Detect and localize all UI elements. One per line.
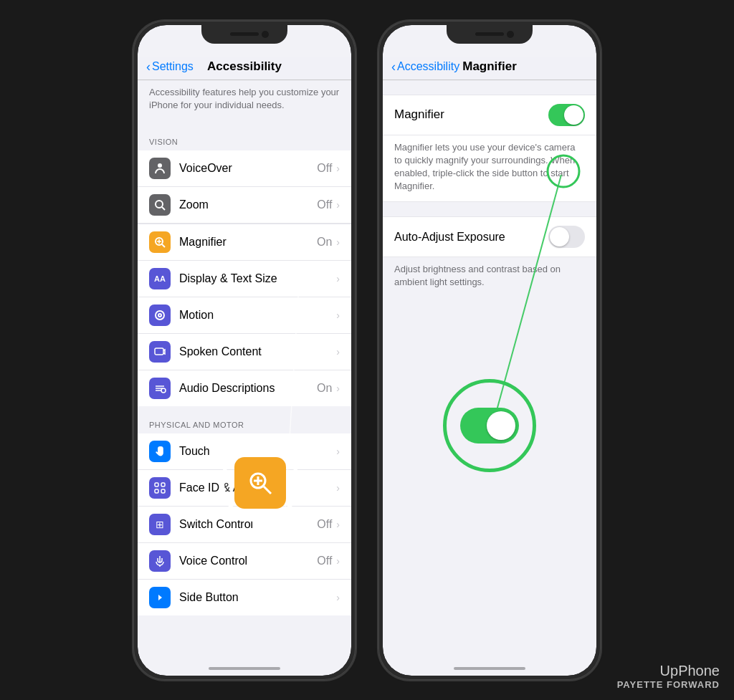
left-back-button[interactable]: ‹ Settings <box>146 60 194 73</box>
svg-rect-11 <box>155 483 158 486</box>
display-chevron-icon: › <box>336 273 340 284</box>
svg-rect-13 <box>155 489 158 493</box>
voiceover-chevron-icon: › <box>336 163 340 174</box>
touch-icon <box>149 441 171 462</box>
physical-section-header: PHYSICAL AND MOTOR <box>138 406 351 433</box>
audio-label: Audio Descriptions <box>179 382 317 395</box>
audio-chevron-icon: › <box>336 383 340 394</box>
audio-icon <box>149 378 171 399</box>
voice-ctrl-label: Voice Control <box>179 555 317 567</box>
display-icon: AA <box>149 268 171 289</box>
svg-point-7 <box>156 311 164 320</box>
right-settings-content: Magnifier Magnifier lets you use your de… <box>383 80 596 666</box>
left-phone-inner: ‹ Settings Accessibility Accessibility f… <box>138 25 351 676</box>
spoken-icon <box>149 341 171 363</box>
phones-wrapper: ‹ Settings Accessibility Accessibility f… <box>133 21 601 680</box>
big-toggle-display <box>460 408 519 444</box>
svg-point-1 <box>156 201 163 208</box>
svg-line-2 <box>162 207 165 210</box>
auto-adjust-row: Auto-Adjust Exposure <box>383 216 596 257</box>
magnifier-chevron-icon: › <box>336 236 340 248</box>
screenshot-container: ‹ Settings Accessibility Accessibility f… <box>0 0 734 700</box>
svg-rect-14 <box>161 489 165 493</box>
auto-adjust-description: Adjust brightness and contrast based on … <box>383 257 596 297</box>
right-back-button[interactable]: ‹ Accessibility <box>391 60 459 73</box>
left-screen: ‹ Settings Accessibility Accessibility f… <box>138 25 351 676</box>
side-btn-chevron-icon: › <box>336 592 340 603</box>
spoken-item[interactable]: Spoken Content › <box>138 334 351 370</box>
side-btn-item[interactable]: Side Button › <box>138 580 351 615</box>
faceid-icon <box>149 477 171 499</box>
green-annotation-circle <box>443 379 536 472</box>
switch-ctrl-icon: ⊞ <box>149 514 171 535</box>
svg-point-0 <box>158 163 162 168</box>
voice-ctrl-icon <box>149 550 171 572</box>
motion-icon <box>149 305 171 326</box>
zoom-icon <box>149 194 171 216</box>
magnifier-label: Magnifier <box>179 236 317 249</box>
svg-rect-9 <box>155 348 163 355</box>
big-toggle-knob <box>487 411 515 440</box>
motion-chevron-icon: › <box>336 310 340 321</box>
voiceover-label: VoiceOver <box>179 162 317 175</box>
right-nav-bar: ‹ Accessibility Magnifier <box>383 57 596 80</box>
svg-line-4 <box>162 244 165 247</box>
left-phone: ‹ Settings Accessibility Accessibility f… <box>133 21 356 680</box>
svg-point-10 <box>161 388 166 393</box>
watermark-payette: PAYETTE FORWARD <box>617 679 720 690</box>
vision-section-header: VISION <box>138 123 351 150</box>
right-notch <box>447 25 533 44</box>
audio-item[interactable]: Audio Descriptions On › <box>138 370 351 406</box>
right-notch-camera <box>507 31 514 38</box>
notch-speaker <box>230 32 259 36</box>
switch-ctrl-chevron-icon: › <box>336 519 340 530</box>
green-circle-annotation <box>443 379 536 472</box>
left-notch <box>201 25 287 44</box>
right-phone: ‹ Accessibility Magnifier Magnifier <box>378 21 601 680</box>
right-back-label: Accessibility <box>397 60 459 73</box>
motion-label: Motion <box>179 309 336 322</box>
motion-item[interactable]: Motion › <box>138 297 351 334</box>
vision-list: VoiceOver Off › <box>138 150 351 406</box>
auto-adjust-toggle-knob <box>550 227 569 246</box>
side-btn-icon <box>149 587 171 608</box>
right-phone-inner: ‹ Accessibility Magnifier Magnifier <box>383 25 596 676</box>
accessibility-intro: Accessibility features help you customiz… <box>138 80 351 123</box>
magnifier-toggle-knob <box>564 105 583 125</box>
left-back-label: Settings <box>152 60 194 73</box>
left-nav-bar: ‹ Settings Accessibility <box>138 57 351 80</box>
voiceover-item[interactable]: VoiceOver Off › <box>138 150 351 187</box>
spoken-label: Spoken Content <box>179 345 336 358</box>
watermark-upphone: UpPhone <box>617 663 720 679</box>
right-notch-speaker <box>475 32 504 36</box>
side-btn-label: Side Button <box>179 591 336 604</box>
zoom-item[interactable]: Zoom Off › <box>138 187 351 224</box>
magnifier-annotation <box>221 444 300 522</box>
display-item[interactable]: AA Display & Text Size › <box>138 261 351 297</box>
voice-ctrl-item[interactable]: Voice Control Off › <box>138 543 351 580</box>
annotation-circle <box>221 444 300 522</box>
zoom-chevron-icon: › <box>336 199 340 211</box>
spoken-chevron-icon: › <box>336 346 340 358</box>
magnifier-icon <box>149 231 171 253</box>
magnifier-toggle-row: Magnifier <box>383 95 596 135</box>
magnifier-item[interactable]: Magnifier On › <box>138 224 351 261</box>
voiceover-icon <box>149 158 171 179</box>
zoom-value: Off <box>317 198 332 211</box>
magnifier-toggle[interactable] <box>548 104 585 126</box>
annotation-magnifier-icon <box>234 457 286 509</box>
left-bottom-bar <box>209 667 280 670</box>
auto-adjust-toggle[interactable] <box>548 226 585 248</box>
auto-adjust-section: Auto-Adjust Exposure Adjust brightness a… <box>383 216 596 297</box>
magnifier-value: On <box>317 236 332 249</box>
magnifier-toggle-label: Magnifier <box>394 107 444 122</box>
display-label: Display & Text Size <box>179 272 336 285</box>
magnifier-description: Magnifier lets you use your device's cam… <box>383 135 596 202</box>
faceid-chevron-icon: › <box>336 482 340 494</box>
right-back-chevron-icon: ‹ <box>391 60 396 73</box>
svg-line-17 <box>264 486 271 494</box>
notch-camera <box>262 31 269 38</box>
touch-chevron-icon: › <box>336 446 340 457</box>
svg-rect-12 <box>161 483 165 486</box>
back-chevron-icon: ‹ <box>146 60 151 73</box>
